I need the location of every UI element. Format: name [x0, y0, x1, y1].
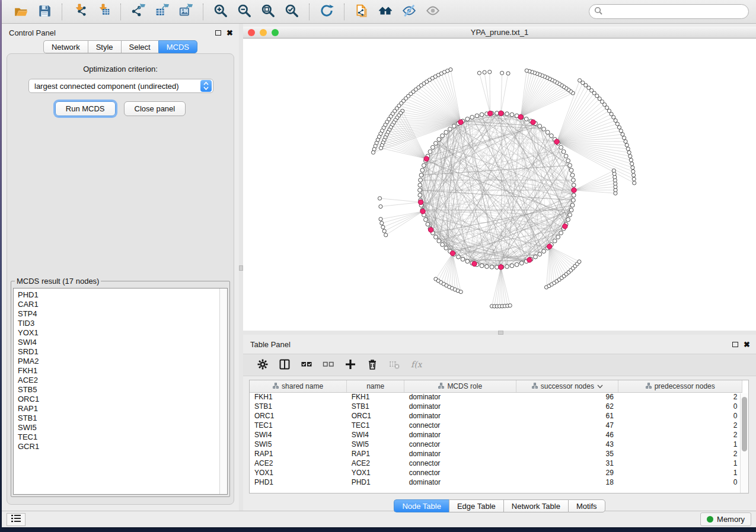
mcds-result-item[interactable]: RAP1 [18, 404, 227, 414]
function-builder-button[interactable]: f(x) [407, 356, 425, 374]
node[interactable] [426, 222, 430, 226]
table-cell[interactable]: 1 [618, 440, 742, 449]
node[interactable] [444, 246, 448, 250]
mcds-node[interactable] [547, 244, 552, 249]
node[interactable] [419, 173, 423, 177]
mcds-result-item[interactable]: TID3 [18, 319, 227, 328]
node[interactable] [480, 113, 484, 117]
clone-network-button[interactable] [352, 2, 372, 21]
table-cell[interactable]: dominator [404, 477, 516, 487]
node[interactable] [627, 150, 631, 154]
table-cell[interactable]: 46 [516, 430, 618, 440]
node[interactable] [424, 217, 428, 222]
node[interactable] [444, 130, 448, 134]
node[interactable] [566, 159, 570, 163]
table-row[interactable]: ACE2ACE2connector311 [250, 459, 742, 468]
table-tab-node-table[interactable]: Node Table [394, 499, 449, 512]
export-image-button[interactable] [176, 2, 196, 21]
node[interactable] [437, 239, 441, 243]
mcds-result-item[interactable]: TEC1 [18, 432, 227, 442]
node[interactable] [629, 158, 633, 162]
delete-column-button[interactable] [363, 356, 381, 374]
window-close-button[interactable] [248, 29, 255, 36]
show-all-button[interactable] [423, 2, 443, 21]
table-panel-close-button[interactable]: ✖ [744, 341, 750, 348]
table-cell[interactable]: YOX1 [347, 468, 404, 477]
node[interactable] [434, 235, 438, 239]
network-view[interactable] [243, 39, 756, 331]
node[interactable] [470, 116, 474, 120]
node[interactable] [422, 164, 426, 168]
table-cell[interactable]: 0 [618, 477, 742, 487]
table-cell[interactable]: STB1 [347, 402, 404, 411]
node[interactable] [542, 127, 546, 132]
mcds-node[interactable] [563, 224, 567, 229]
node[interactable] [632, 174, 636, 177]
node[interactable] [562, 150, 566, 154]
tab-style[interactable]: Style [88, 40, 121, 53]
node[interactable] [612, 169, 615, 172]
node[interactable] [379, 146, 382, 150]
column-header-MCDS-role[interactable]: MCDS role [404, 380, 516, 392]
node[interactable] [477, 71, 481, 75]
mcds-result-item[interactable]: PMA2 [18, 357, 227, 366]
table-tab-network-table[interactable]: Network Table [503, 499, 568, 512]
table-cell[interactable]: connector [404, 421, 516, 430]
mcds-node[interactable] [499, 111, 503, 116]
node[interactable] [459, 290, 462, 294]
export-table-button[interactable] [152, 2, 172, 21]
table-cell[interactable]: TEC1 [347, 421, 404, 430]
node[interactable] [441, 134, 445, 138]
table-cell[interactable]: 96 [516, 392, 618, 402]
node[interactable] [475, 114, 479, 118]
node[interactable] [578, 79, 582, 82]
node[interactable] [570, 203, 575, 207]
table-cell[interactable]: 43 [516, 440, 618, 449]
mcds-node[interactable] [418, 200, 423, 204]
table-cell[interactable]: connector [404, 459, 516, 468]
node[interactable] [625, 143, 629, 147]
table-tab-edge-table[interactable]: Edge Table [449, 499, 503, 512]
zoom-fit-button[interactable] [258, 2, 278, 21]
node[interactable] [631, 169, 635, 173]
node[interactable] [621, 133, 624, 136]
node[interactable] [418, 188, 422, 193]
node[interactable] [630, 162, 634, 165]
mcds-result-item[interactable]: STB5 [18, 385, 227, 395]
node[interactable] [566, 217, 570, 222]
search-input[interactable] [605, 7, 744, 17]
node[interactable] [569, 208, 573, 212]
node[interactable] [559, 231, 563, 235]
node[interactable] [418, 183, 422, 187]
vertical-split-divider[interactable] [239, 24, 243, 511]
node[interactable] [419, 178, 423, 182]
mcds-node[interactable] [499, 265, 503, 270]
hide-selected-button[interactable] [399, 2, 419, 21]
mcds-node[interactable] [450, 251, 455, 255]
node[interactable] [457, 255, 461, 259]
table-cell[interactable]: YOX1 [250, 468, 347, 477]
node[interactable] [508, 304, 512, 307]
table-cell[interactable]: STB1 [250, 402, 347, 411]
export-network-button[interactable] [128, 2, 148, 21]
node[interactable] [631, 166, 634, 169]
table-cell[interactable]: 62 [516, 402, 618, 411]
table-cell[interactable]: 2 [618, 421, 742, 430]
close-panel-button[interactable]: Close panel [124, 101, 186, 116]
node[interactable] [633, 181, 636, 185]
mcds-result-item[interactable]: ACE2 [18, 376, 227, 385]
table-cell[interactable]: FKH1 [347, 392, 404, 402]
mcds-result-item[interactable]: SWI4 [18, 338, 227, 347]
table-cell[interactable]: 1 [618, 468, 742, 477]
table-row[interactable]: ORC1ORC1dominator610 [250, 411, 742, 421]
table-cell[interactable]: 2 [618, 449, 742, 459]
table-cell[interactable]: RAP1 [250, 449, 347, 459]
mcds-result-item[interactable]: ORC1 [18, 395, 227, 404]
table-cell[interactable]: PHD1 [250, 477, 347, 487]
table-cell[interactable]: TEC1 [250, 421, 347, 430]
apply-layout-button[interactable] [317, 2, 337, 21]
node[interactable] [428, 150, 432, 154]
mcds-result-item[interactable]: STB1 [18, 414, 227, 423]
table-cell[interactable]: ORC1 [347, 411, 404, 421]
column-header-successor-nodes[interactable]: successor nodes [516, 380, 618, 392]
